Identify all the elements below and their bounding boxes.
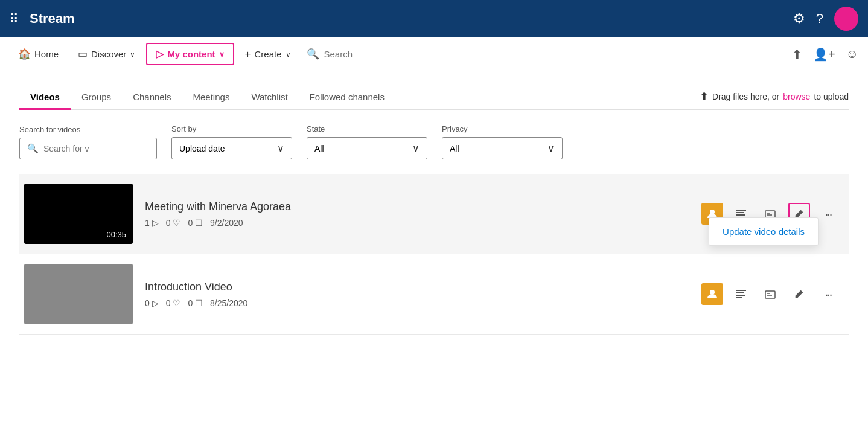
svg-rect-9 xyxy=(736,290,746,291)
video-meta: 0 ▷ 0 ♡ 0 ☐ 8/25/2020 xyxy=(145,298,689,308)
nav-create-label: Create xyxy=(254,49,281,59)
svg-rect-3 xyxy=(736,214,745,216)
nav-discover[interactable]: ▭ Discover ∨ xyxy=(69,44,144,64)
privacy-value: All xyxy=(450,144,459,153)
upload-icon[interactable]: ⬆ xyxy=(792,47,802,62)
video-title: Meeting with Minerva Agoraea xyxy=(145,200,689,213)
video-thumbnail xyxy=(24,264,133,324)
nav-right-icons: ⬆ 👤+ ☺ xyxy=(792,47,858,62)
state-value: All xyxy=(314,144,324,153)
caption-icon[interactable] xyxy=(759,283,781,305)
search-videos-input[interactable] xyxy=(43,144,149,153)
avatar[interactable] xyxy=(834,7,858,31)
search-filter-input[interactable]: 🔍 xyxy=(19,138,157,159)
top-bar: ⠿ Stream ⚙ ? xyxy=(0,0,868,37)
video-comments: 0 ☐ xyxy=(188,218,203,228)
video-actions: ··· xyxy=(701,283,839,305)
more-options-icon[interactable]: ··· xyxy=(817,203,839,225)
sortby-select[interactable]: Upload date ∨ xyxy=(171,137,292,159)
tab-meetings[interactable]: Meetings xyxy=(182,86,241,110)
secondary-nav: 🏠 Home ▭ Discover ∨ ▷ My content ∨ + Cre… xyxy=(0,37,868,71)
tab-followed-channels[interactable]: Followed channels xyxy=(299,86,395,110)
video-info: Meeting with Minerva Agoraea 1 ▷ 0 ♡ 0 ☐… xyxy=(133,200,701,228)
video-item: Introduction Video 0 ▷ 0 ♡ 0 ☐ 8/25/2020 xyxy=(19,254,849,335)
tooltip-popup: Update video details xyxy=(709,217,819,246)
owner-badge[interactable] xyxy=(701,283,723,305)
svg-rect-12 xyxy=(736,297,742,298)
settings-icon[interactable]: ⚙ xyxy=(793,11,805,27)
content-area: Videos Groups Channels Meetings Watchlis… xyxy=(0,71,868,349)
svg-rect-11 xyxy=(736,295,745,296)
privacy-select[interactable]: All ∨ xyxy=(442,137,563,159)
filters-bar: Search for videos 🔍 Sort by Upload date … xyxy=(19,124,849,159)
search-filter-label: Search for videos xyxy=(19,125,157,134)
svg-point-8 xyxy=(710,290,715,295)
tab-watchlist[interactable]: Watchlist xyxy=(240,86,298,110)
privacy-label: Privacy xyxy=(442,124,563,133)
state-filter-group: State All ∨ xyxy=(307,124,427,159)
state-label: State xyxy=(307,124,427,133)
edit-icon[interactable] xyxy=(788,283,810,305)
search-filter-icon: 🔍 xyxy=(27,143,39,154)
state-select[interactable]: All ∨ xyxy=(307,137,427,159)
video-date: 9/2/2020 xyxy=(210,218,243,228)
video-meta: 1 ▷ 0 ♡ 0 ☐ 9/2/2020 xyxy=(145,218,689,228)
tooltip-text: Update video details xyxy=(723,226,805,237)
svg-rect-2 xyxy=(736,212,744,213)
upload-drag-icon: ⬆ xyxy=(700,90,709,103)
svg-rect-10 xyxy=(736,292,744,293)
state-chevron-icon: ∨ xyxy=(412,142,420,154)
sortby-filter-group: Sort by Upload date ∨ xyxy=(171,124,292,159)
video-comments: 0 ☐ xyxy=(188,298,203,308)
search-input[interactable] xyxy=(324,49,445,59)
tab-videos[interactable]: Videos xyxy=(19,86,71,110)
help-icon[interactable]: ? xyxy=(816,11,823,27)
discover-chevron-icon: ∨ xyxy=(130,50,135,59)
sortby-value: Upload date xyxy=(179,144,225,153)
svg-point-0 xyxy=(710,210,715,214)
mycontent-icon: ▷ xyxy=(156,48,164,60)
top-right-icons: ⚙ ? xyxy=(793,7,858,31)
nav-discover-label: Discover xyxy=(91,49,126,59)
privacy-filter-group: Privacy All ∨ xyxy=(442,124,563,159)
nav-home-label: Home xyxy=(34,49,59,59)
video-likes: 0 ♡ xyxy=(166,218,181,228)
video-list: 00:35 Meeting with Minerva Agoraea 1 ▷ 0… xyxy=(19,174,849,335)
video-date: 8/25/2020 xyxy=(210,298,247,308)
video-likes: 0 ♡ xyxy=(166,298,181,308)
upload-text: Drag files here, or xyxy=(712,92,779,101)
svg-rect-13 xyxy=(765,291,775,298)
video-info: Introduction Video 0 ▷ 0 ♡ 0 ☐ 8/25/2020 xyxy=(133,281,701,308)
nav-mycontent-label: My content xyxy=(167,49,215,59)
discover-icon: ▭ xyxy=(78,48,88,60)
browse-link[interactable]: browse xyxy=(783,92,810,101)
search-icon: 🔍 xyxy=(307,48,319,60)
more-options-icon[interactable]: ··· xyxy=(817,283,839,305)
video-views: 1 ▷ xyxy=(145,218,159,228)
video-item: 00:35 Meeting with Minerva Agoraea 1 ▷ 0… xyxy=(19,174,849,254)
create-plus-icon: + xyxy=(245,48,251,60)
nav-create[interactable]: + Create ∨ xyxy=(237,45,299,64)
create-chevron-icon: ∨ xyxy=(286,50,291,59)
nav-mycontent[interactable]: ▷ My content ∨ xyxy=(146,43,234,65)
app-title: Stream xyxy=(30,11,786,27)
upload-suffix: to upload xyxy=(814,92,849,101)
tabs-bar: Videos Groups Channels Meetings Watchlis… xyxy=(19,86,849,110)
grid-icon[interactable]: ⠿ xyxy=(10,11,19,26)
privacy-chevron-icon: ∨ xyxy=(547,142,555,154)
video-thumbnail: 00:35 xyxy=(24,184,133,244)
svg-rect-1 xyxy=(736,210,746,211)
video-views: 0 ▷ xyxy=(145,298,159,308)
transcript-icon[interactable] xyxy=(730,283,752,305)
home-icon: 🏠 xyxy=(18,48,31,60)
sortby-chevron-icon: ∨ xyxy=(277,142,284,154)
add-person-icon[interactable]: 👤+ xyxy=(813,47,835,62)
tab-groups[interactable]: Groups xyxy=(71,86,122,110)
emoji-icon[interactable]: ☺ xyxy=(846,47,858,61)
search-filter-group: Search for videos 🔍 xyxy=(19,125,157,159)
nav-home[interactable]: 🏠 Home xyxy=(10,44,67,64)
mycontent-chevron-icon: ∨ xyxy=(219,50,225,59)
sortby-label: Sort by xyxy=(171,124,292,133)
search-area: 🔍 xyxy=(307,48,790,60)
tab-channels[interactable]: Channels xyxy=(122,86,182,110)
